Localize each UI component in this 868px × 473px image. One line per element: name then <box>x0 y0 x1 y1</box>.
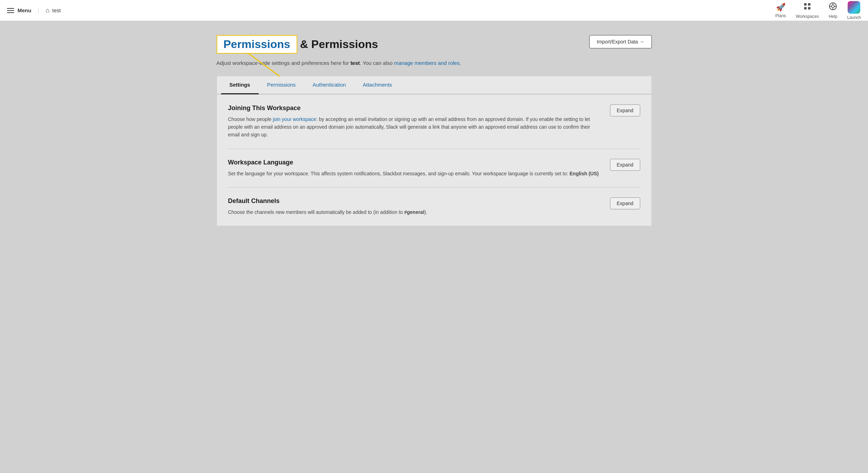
home-icon: ⌂ <box>46 7 49 14</box>
section-header: Joining This Workspace Choose how people… <box>228 104 640 139</box>
manage-members-link[interactable]: manage members and roles <box>394 60 460 66</box>
plans-label: Plans <box>775 13 786 18</box>
topnav-left: Menu ⌂ test <box>7 7 61 14</box>
joining-desc-prefix: Choose how people <box>228 116 273 122</box>
tab-attachments[interactable]: Attachments <box>354 76 400 94</box>
joining-workspace-section: Joining This Workspace Choose how people… <box>228 95 640 149</box>
section-content: Joining This Workspace Choose how people… <box>228 104 603 139</box>
launch-button[interactable]: Launch <box>847 1 861 20</box>
menu-label: Menu <box>18 7 31 13</box>
page-title-rest: & Permissions <box>300 38 378 51</box>
tabs-container: Settings Permissions Authentication Atta… <box>217 76 652 95</box>
svg-rect-3 <box>808 7 810 9</box>
svg-rect-1 <box>808 3 810 6</box>
join-workspace-link[interactable]: join your workspace <box>273 116 316 122</box>
subtitle-suffix: . <box>459 60 461 66</box>
joining-workspace-title: Joining This Workspace <box>228 104 603 112</box>
sections-container: Joining This Workspace Choose how people… <box>217 95 652 227</box>
section-content: Workspace Language Set the language for … <box>228 159 603 177</box>
default-channels-section: Default Channels Choose the channels new… <box>228 188 640 226</box>
workspace-language-title: Workspace Language <box>228 159 603 166</box>
page-header: Permissions & Permissions Import/Export … <box>217 35 652 54</box>
top-navigation: Menu ⌂ test 🚀 Plans Workspaces <box>0 0 868 21</box>
import-export-button[interactable]: Import/Export Data → <box>589 35 651 48</box>
workspace-language-section: Workspace Language Set the language for … <box>228 149 640 188</box>
workspace-language-expand-button[interactable]: Expand <box>610 159 640 171</box>
default-channels-desc-text: Choose the channels new members will aut… <box>228 209 404 215</box>
subtitle-mid: . You can also <box>360 60 394 66</box>
launch-label: Launch <box>847 15 861 20</box>
workspace-language-desc-text: Set the language for your workspace. Thi… <box>228 171 570 176</box>
svg-point-5 <box>831 5 834 8</box>
joining-workspace-expand-button[interactable]: Expand <box>610 104 640 116</box>
workspace-label: test <box>52 7 61 13</box>
settings-panel: Settings Permissions Authentication Atta… <box>217 76 652 227</box>
help-label: Help <box>829 14 837 19</box>
tab-authentication[interactable]: Authentication <box>304 76 354 94</box>
topnav-right: 🚀 Plans Workspaces <box>775 1 861 20</box>
workspace-language-desc: Set the language for your workspace. Thi… <box>228 170 603 177</box>
workspace-button[interactable]: ⌂ test <box>39 7 61 14</box>
subtitle: Adjust workspace-wide settings and prefe… <box>217 59 652 67</box>
menu-button[interactable]: Menu <box>7 7 39 13</box>
title-area: Permissions & Permissions <box>217 35 378 54</box>
default-channels-suffix: ). <box>424 209 428 215</box>
help-nav-item[interactable]: Help <box>829 2 837 19</box>
default-channels-title: Default Channels <box>228 197 603 205</box>
tab-settings[interactable]: Settings <box>221 76 259 94</box>
language-value: English (US) <box>570 171 599 176</box>
default-channels-desc: Choose the channels new members will aut… <box>228 208 603 216</box>
page-content: Permissions & Permissions Import/Export … <box>188 21 680 240</box>
workspaces-label: Workspaces <box>796 14 819 19</box>
svg-rect-2 <box>804 7 807 9</box>
page-title-wrapper: Permissions & Permissions <box>217 35 378 54</box>
plans-icon: 🚀 <box>776 3 786 12</box>
section-content: Default Channels Choose the channels new… <box>228 197 603 216</box>
section-header: Workspace Language Set the language for … <box>228 159 640 177</box>
general-channel: #general <box>404 209 424 215</box>
plans-nav-item[interactable]: 🚀 Plans <box>775 3 786 18</box>
svg-rect-0 <box>804 3 807 6</box>
hamburger-icon <box>7 8 14 13</box>
workspace-name: test <box>350 60 360 66</box>
default-channels-expand-button[interactable]: Expand <box>610 197 640 209</box>
subtitle-prefix: Adjust workspace-wide settings and prefe… <box>217 60 351 66</box>
tab-permissions[interactable]: Permissions <box>259 76 304 94</box>
section-header: Default Channels Choose the channels new… <box>228 197 640 216</box>
joining-workspace-desc: Choose how people join your workspace: b… <box>228 115 603 139</box>
workspaces-nav-item[interactable]: Workspaces <box>796 2 819 19</box>
launch-icon <box>848 1 860 14</box>
workspaces-icon <box>803 2 811 13</box>
help-icon <box>829 2 837 13</box>
permissions-highlight: Permissions <box>217 35 297 54</box>
tabs-row: Settings Permissions Authentication Atta… <box>217 76 651 94</box>
